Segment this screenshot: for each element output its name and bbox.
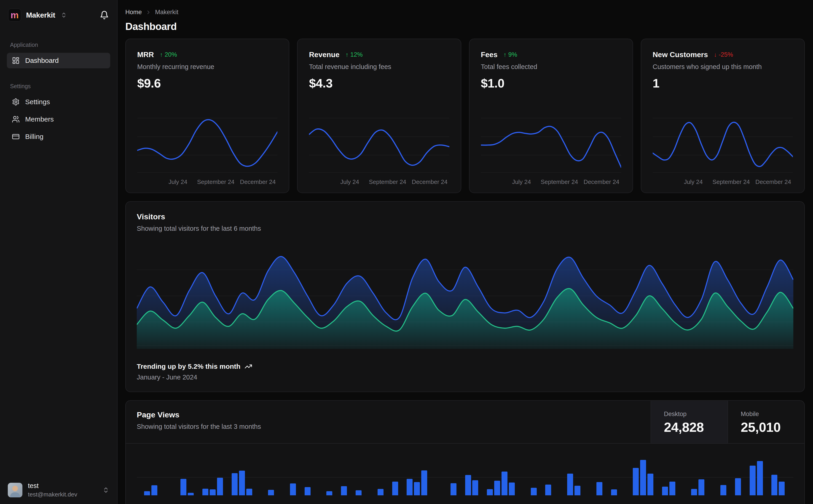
- visitors-trend-text: Trending up by 5.2% this month: [137, 363, 240, 370]
- sidebar-item-dashboard[interactable]: Dashboard: [7, 53, 110, 68]
- bar: [633, 468, 639, 495]
- sidebar: m Makerkit Application Dashboard Setting…: [0, 0, 117, 504]
- bar: [268, 490, 274, 495]
- bar: [305, 487, 311, 495]
- metric-subtitle: Total revenue including fees: [309, 63, 449, 71]
- visitors-period: January - June 2024: [137, 374, 793, 381]
- notifications-bell-icon[interactable]: [100, 11, 109, 20]
- tab-value: 24,828: [664, 419, 715, 435]
- bar: [648, 474, 654, 495]
- page-views-subtitle: Showing total visitors for the last 3 mo…: [137, 423, 640, 430]
- trend-value: 20%: [165, 51, 177, 58]
- bar: [487, 489, 493, 495]
- breadcrumb-current: Makerkit: [155, 9, 178, 16]
- bar: [465, 475, 471, 495]
- metric-value: $1.0: [481, 76, 621, 90]
- bar: [407, 479, 413, 495]
- metric-card-revenue: Revenue ↑ 12% Total revenue including fe…: [297, 39, 461, 193]
- bar: [640, 460, 646, 495]
- bar: [392, 482, 398, 495]
- bar: [472, 480, 478, 495]
- trend-value: -25%: [719, 51, 733, 58]
- chevrons-up-down-icon[interactable]: [61, 12, 67, 18]
- visitors-card: Visitors Showing total visitors for the …: [125, 201, 805, 392]
- axis-tick: December 24: [412, 178, 448, 186]
- axis-tick: July 24: [168, 178, 187, 186]
- sparkline-axis: July 24 September 24 December 24: [653, 177, 793, 186]
- metric-card-fees: Fees ↑ 9% Total fees collected $1.0 July…: [469, 39, 633, 193]
- metric-cards-row: MRR ↑ 20% Monthly recurring revenue $9.6…: [125, 39, 805, 193]
- page-views-card: Page Views Showing total visitors for th…: [125, 400, 805, 504]
- sidebar-item-settings[interactable]: Settings: [7, 94, 110, 110]
- axis-tick: September 24: [712, 178, 750, 186]
- sidebar-item-label: Members: [25, 115, 54, 123]
- layout-dashboard-icon: [12, 57, 20, 64]
- credit-card-icon: [12, 133, 20, 141]
- tab-desktop[interactable]: Desktop 24,828: [651, 401, 728, 443]
- bar: [210, 489, 216, 495]
- page-views-title: Page Views: [137, 410, 640, 419]
- arrow-up-icon: ↑: [503, 51, 506, 58]
- bar: [735, 478, 741, 495]
- sidebar-item-billing[interactable]: Billing: [7, 129, 110, 144]
- sidebar-item-label: Settings: [25, 98, 50, 106]
- metric-value: $9.6: [137, 76, 278, 90]
- visitors-area-chart: [137, 244, 793, 349]
- metric-title: New Customers: [653, 50, 708, 59]
- bar: [151, 485, 157, 495]
- axis-tick: September 24: [369, 178, 406, 186]
- bar: [501, 472, 507, 495]
- bar: [567, 474, 573, 495]
- nav-group-settings: Settings: [10, 83, 107, 90]
- sparkline-axis: July 24 September 24 December 24: [309, 177, 449, 186]
- page-views-bar-chart: [137, 444, 793, 495]
- workspace-selector[interactable]: m Makerkit: [7, 8, 110, 22]
- metric-title: Revenue: [309, 50, 339, 59]
- page-views-series-tabs: Desktop 24,828 Mobile 25,010: [651, 401, 804, 443]
- bar: [596, 482, 602, 495]
- arrow-up-icon: ↑: [346, 51, 349, 58]
- arrow-up-icon: ↑: [160, 51, 163, 58]
- bar: [356, 490, 362, 495]
- bar: [662, 487, 668, 495]
- metric-card-new-customers: New Customers ↓ -25% Customers who signe…: [641, 39, 805, 193]
- bar: [669, 482, 675, 495]
- breadcrumb-home-link[interactable]: Home: [125, 9, 142, 16]
- user-menu[interactable]: test test@makerkit.dev: [0, 476, 117, 504]
- metric-subtitle: Total fees collected: [481, 63, 621, 71]
- sparkline-chart: [309, 115, 449, 174]
- bar: [494, 481, 500, 495]
- bar: [720, 485, 726, 495]
- bar: [531, 488, 537, 495]
- metric-subtitle: Monthly recurring revenue: [137, 63, 278, 71]
- sidebar-item-label: Billing: [25, 133, 43, 141]
- trend-badge-up: ↑ 12%: [346, 51, 363, 58]
- bar: [180, 479, 186, 495]
- bar: [202, 489, 209, 495]
- sidebar-item-members[interactable]: Members: [7, 111, 110, 127]
- trend-badge-up: ↑ 20%: [160, 51, 177, 58]
- axis-tick: September 24: [541, 178, 578, 186]
- user-email: test@makerkit.dev: [28, 491, 77, 498]
- breadcrumb: Home Makerkit: [125, 9, 805, 16]
- bar: [188, 493, 194, 495]
- avatar: [8, 483, 22, 497]
- trend-badge-down: ↓ -25%: [714, 51, 733, 58]
- metric-subtitle: Customers who signed up this month: [653, 63, 793, 71]
- nav-settings: Settings Members Billing: [7, 94, 110, 144]
- sparkline-axis: July 24 September 24 December 24: [481, 177, 621, 186]
- tab-mobile[interactable]: Mobile 25,010: [728, 401, 804, 443]
- chevrons-up-down-icon[interactable]: [102, 487, 109, 493]
- tab-value: 25,010: [741, 419, 792, 435]
- arrow-down-icon: ↓: [714, 51, 717, 58]
- bar: [326, 491, 332, 495]
- metric-title: MRR: [137, 50, 154, 59]
- bar: [509, 483, 515, 495]
- sparkline-chart: [481, 115, 621, 174]
- bar: [144, 491, 150, 495]
- bar: [239, 471, 245, 495]
- user-name: test: [28, 482, 77, 490]
- main-content: Home Makerkit Dashboard MRR ↑ 20% Monthl…: [117, 0, 813, 504]
- bar: [691, 489, 697, 495]
- visitors-subtitle: Showing total visitors for the last 6 mo…: [137, 225, 793, 232]
